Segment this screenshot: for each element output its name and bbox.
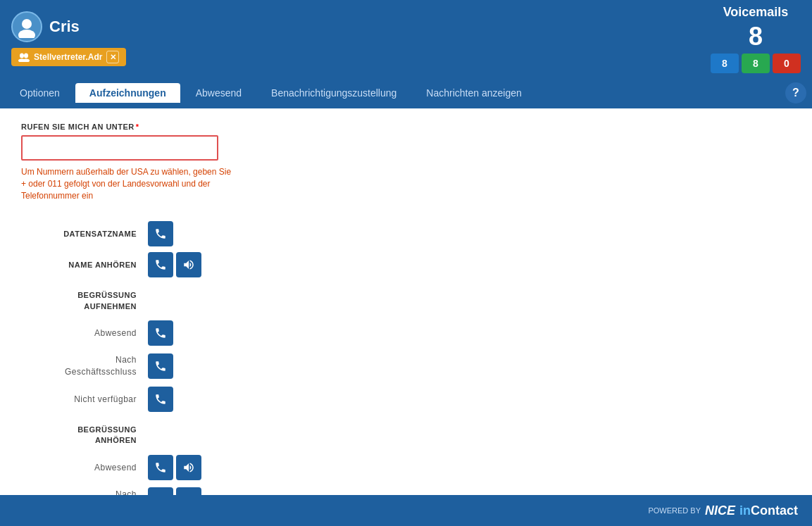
tab-abwesend[interactable]: Abwesend [182,83,256,103]
svg-point-2 [20,54,24,58]
actions-name-anhoeren [148,249,791,280]
vm-badge-blue: 8 [711,54,739,73]
powered-by-label: POWERED BY [648,506,701,515]
phone-button-nicht-verfuegbar-1[interactable] [148,387,173,412]
phone-button-nach-geschaeftsschluss-1[interactable] [148,353,173,379]
phone-button-abwesend-1[interactable] [148,320,173,346]
label-name-anhoeren: NAME ANHÖREN [21,255,148,275]
phone-button-name-anhoeren[interactable] [148,252,173,277]
header: Cris Stellvertreter.Adr ✕ Voicemails 8 8… [0,0,812,77]
phone-button-abwesend-2[interactable] [148,455,173,480]
phone-icon [154,461,167,474]
label-nach-geschaeftsschluss-2: NachGeschäftsschluss [21,483,148,495]
phone-button-datensatzname[interactable] [148,221,173,246]
label-begruessung-anhoeren: BEGRÜSSUNGANHÖREN [21,415,148,452]
powered-by: POWERED BY NICE inContact [648,503,798,518]
actions-abwesend-1 [148,318,791,349]
main-content: RUFEN SIE MICH AN UNTER* Um Nummern auße… [0,108,812,495]
actions-datensatzname [148,218,791,249]
vm-badge-red: 0 [773,54,801,73]
label-nicht-verfuegbar-1: Nicht verfügbar [21,389,148,410]
phone-button-nach-geschaeftsschluss-2[interactable] [148,487,173,495]
speaker-button-abwesend-2[interactable] [176,455,201,480]
label-datensatzname: DATENSATZNAME [21,224,148,244]
actions-nicht-verfuegbar-1 [148,384,791,415]
label-begruessung-aufnehmen: BEGRÜSSUNGAUFNEHMEN [21,280,148,318]
phone-icon [154,360,167,372]
avatar-icon [15,15,38,38]
svg-point-3 [24,54,28,58]
vm-badge-green: 8 [742,54,770,73]
voicemails-count: 8 [749,24,763,49]
user-row: Cris [11,11,126,42]
actions-nach-geschaeftsschluss-2 [148,484,791,495]
nav-tabs: Optionen Aufzeichnungen Abwesend Benachr… [0,77,812,108]
tab-optionen[interactable]: Optionen [6,83,74,103]
avatar [11,11,42,42]
voicemails-title: Voicemails [723,5,789,20]
label-nach-geschaeftsschluss-1: NachGeschäftsschluss [21,349,148,384]
speaker-button-nach-geschaeftsschluss-2[interactable] [176,487,201,495]
incontact-in: in [739,503,751,518]
phone-icon [154,258,167,271]
phone-icon [154,227,167,240]
tab-benachrichtigungszustellung[interactable]: Benachrichtigungszustellung [257,83,411,103]
app-wrapper: Cris Stellvertreter.Adr ✕ Voicemails 8 8… [0,0,812,526]
speaker-button-name-anhoeren[interactable] [176,252,201,277]
call-me-input[interactable] [21,135,218,161]
header-left: Cris Stellvertreter.Adr ✕ [11,11,126,66]
label-abwesend-1: Abwesend [21,323,148,344]
speaker-icon [182,258,195,271]
phone-icon [154,327,167,339]
recordings-grid: DATENSATZNAME NAME ANHÖREN [21,218,791,495]
tab-aufzeichnungen[interactable]: Aufzeichnungen [75,83,180,103]
voicemail-badges: 8 8 0 [711,54,801,73]
call-me-label: RUFEN SIE MICH AN UNTER* [21,123,791,131]
phone-icon [154,393,167,406]
svg-point-0 [22,19,32,29]
badge-icon [18,52,30,62]
required-star: * [136,123,139,131]
footer: POWERED BY NICE inContact [0,495,812,526]
actions-abwesend-2 [148,452,791,483]
badge-close-button[interactable]: ✕ [106,51,119,63]
actions-nach-geschaeftsschluss-1 [148,351,791,382]
stellvertreter-badge[interactable]: Stellvertreter.Adr ✕ [11,48,126,66]
speaker-icon [182,461,195,474]
label-abwesend-2: Abwesend [21,457,148,478]
nice-logo: NICE [705,503,735,518]
tab-nachrichten-anzeigen[interactable]: Nachrichten anzeigen [412,83,535,103]
svg-point-1 [18,30,35,38]
incontact-logo: inContact [739,503,798,518]
help-icon[interactable]: ? [785,82,806,104]
username: Cris [49,18,80,36]
header-right: Voicemails 8 8 8 0 [711,5,801,73]
badge-label: Stellvertreter.Adr [34,52,102,62]
hint-text: Um Nummern außerhalb der USA zu wählen, … [21,166,232,201]
